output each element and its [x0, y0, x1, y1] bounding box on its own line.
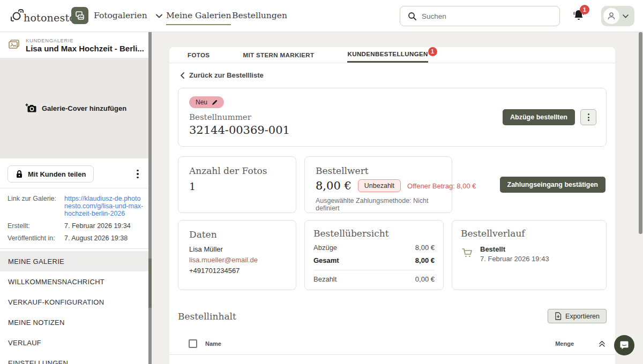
sidebar-item-meine-notizen[interactable]: MEINE NOTIZEN [0, 312, 152, 332]
logo-wordmark: hotonesto [24, 12, 76, 24]
main-area: FOTOS MIT STERN MARKIERT KUNDENBESTELLUN… [152, 32, 643, 364]
summary-row-abzuege: Abzüge 8,00 € [313, 244, 435, 252]
published-row: Veröffentlicht in: 7. August 2026 19:38 [8, 234, 144, 242]
photo-count-card: Anzahl der Fotos 1 [178, 156, 296, 213]
tab-fotos-label: FOTOS [188, 52, 210, 58]
workspace-label: Fotogalerien [94, 11, 147, 20]
person-icon [607, 12, 616, 20]
workspace-switcher[interactable]: Fotogalerien [71, 7, 162, 24]
column-name-header: Name [205, 340, 221, 347]
back-to-order-list-link[interactable]: Zurück zur Bestellliste [180, 71, 264, 79]
notifications-button[interactable]: 1 [572, 9, 588, 25]
history-timestamp: 7. Februar 2026 19:43 [480, 255, 549, 263]
notification-badge: 1 [580, 5, 589, 14]
avatar [603, 8, 619, 24]
status-label: Neu [196, 98, 207, 106]
published-label: Veröffentlicht in: [8, 234, 59, 242]
gallery-header: KUNDENGALERIE Lisa und Max Hochzeit - Be… [0, 32, 152, 58]
tab-fotos[interactable]: FOTOS [188, 47, 210, 63]
order-stats-row: Anzahl der Fotos 1 Bestellwert 8,00 € Un… [178, 156, 607, 213]
order-summary-card: Bestellübersicht Abzüge 8,00 € Gesamt 8,… [304, 220, 444, 290]
chevron-left-icon [180, 72, 184, 79]
chat-widget-button[interactable] [614, 335, 634, 355]
summary-value: 8,00 € [415, 256, 435, 264]
add-cover-button[interactable]: Galerie-Cover hinzufügen [0, 58, 152, 158]
sidebar-item-meine-galerie[interactable]: MEINE GALERIE [0, 251, 152, 271]
chevron-down-icon [156, 11, 162, 20]
order-options-button[interactable] [580, 109, 596, 125]
export-button[interactable]: Exportieren [548, 309, 607, 323]
sidebar-item-verlauf[interactable]: VERLAUF [0, 332, 152, 353]
unpaid-status-badge: Unbezahlt [358, 179, 401, 192]
tab-kundenbestellungen[interactable]: KUNDENBESTELLUNGEN 1 [347, 47, 428, 63]
main-scrollbar-thumb[interactable] [639, 32, 642, 234]
gallery-link-label: Link zur Galerie: [8, 195, 59, 217]
gallery-stack-icon [8, 39, 20, 51]
photo-count-value: 1 [189, 180, 285, 192]
summary-label: Abzüge [313, 244, 337, 252]
created-value: 7. Februar 2026 19:34 [64, 222, 131, 230]
search-box [400, 6, 560, 26]
confirm-payment-button[interactable]: Zahlungseingang bestätigen [500, 177, 605, 193]
chevron-down-icon [623, 14, 629, 18]
gallery-sidebar: KUNDENGALERIE Lisa und Max Hochzeit - Be… [0, 32, 152, 364]
gallery-kind-label: KUNDENGALERIE [26, 37, 144, 43]
sidebar-item-einstellungen[interactable]: EINSTELLUNGEN [0, 353, 152, 364]
chat-bubble-icon [619, 340, 630, 351]
gallery-link[interactable]: https://klaudiusz-de.photonesto.com/g/li… [64, 195, 144, 217]
nav-meine-galerien[interactable]: Meine Galerien [166, 11, 231, 25]
published-value: 7. August 2026 19:38 [64, 234, 128, 242]
customer-card-title: Daten [189, 229, 285, 240]
share-with-customers-button[interactable]: Mit Kunden teilen [8, 165, 94, 183]
sidebar-scrollbar[interactable] [148, 32, 152, 364]
gallery-link-row: Link zur Galerie: https://klaudiusz-de.p… [8, 195, 144, 217]
export-button-label: Exportieren [565, 313, 600, 320]
summary-label: Gesamt [313, 256, 339, 264]
sidebar-scrollbar-thumb[interactable] [148, 259, 152, 308]
tab-mit-stern-markiert[interactable]: MIT STERN MARKIERT [243, 47, 314, 63]
order-prints-button[interactable]: Abzüge bestellten [503, 109, 575, 125]
pencil-icon [212, 100, 218, 105]
tab-badge: 1 [428, 47, 437, 56]
search-icon [408, 12, 416, 20]
customer-email-link[interactable]: lisa.mueller@email.de [189, 256, 285, 264]
order-content-title: Bestellinhalt [178, 311, 236, 322]
customer-data-card: Daten Lisa Müller lisa.mueller@email.de … [178, 220, 296, 290]
photo-count-title: Anzahl der Fotos [189, 165, 285, 176]
order-status-badge[interactable]: Neu [189, 96, 224, 108]
profile-menu-button[interactable] [601, 6, 634, 26]
order-content-header: Bestellinhalt Exportieren [178, 309, 607, 323]
order-details-row: Daten Lisa Müller lisa.mueller@email.de … [178, 220, 607, 290]
sidebar-item-willkommensnachricht[interactable]: WILLKOMMENSNACHRICHT [0, 271, 152, 292]
customer-name: Lisa Müller [189, 245, 285, 253]
summary-row-gesamt: Gesamt 8,00 € [313, 256, 435, 264]
summary-divider [313, 270, 435, 270]
tab-stern-label: MIT STERN MARKIERT [243, 52, 314, 58]
order-header-card: Neu Bestellnummer 32144-00369-001 Abzüge… [178, 88, 607, 147]
collapse-all-icon[interactable] [599, 340, 605, 347]
paid-value: 0,00 € [415, 275, 435, 283]
customer-phone: +491701234567 [189, 267, 285, 275]
sidebar-menu: MEINE GALERIE WILLKOMMENSNACHRICHT VERKA… [0, 249, 152, 364]
created-label: Erstellt: [8, 222, 59, 230]
share-button-label: Mit Kunden teilen [28, 170, 86, 178]
order-value-title: Bestellwert [316, 165, 441, 176]
search-input[interactable] [422, 12, 559, 20]
sidebar-item-verkauf-konfiguration[interactable]: VERKAUF-KONFIGURATION [0, 292, 152, 312]
lock-icon [16, 170, 23, 178]
back-link-label: Zurück zur Bestellliste [189, 71, 264, 79]
summary-value: 8,00 € [415, 244, 435, 252]
select-all-checkbox[interactable] [189, 339, 197, 348]
summary-card-title: Bestellübersicht [313, 228, 435, 239]
photonesto-logo[interactable]: hotonesto [10, 7, 76, 24]
gallery-info: Link zur Galerie: https://klaudiusz-de.p… [0, 188, 152, 249]
order-value-card: Bestellwert 8,00 € Unbezahlt Offener Bet… [304, 156, 452, 213]
column-quantity-header: Menge [555, 340, 574, 347]
payment-method-text: Ausgewählte Zahlungsmethode: Nicht defin… [316, 197, 441, 212]
gallery-options-button[interactable] [131, 168, 144, 180]
add-cover-label: Galerie-Cover hinzufügen [42, 104, 126, 112]
summary-row-bezahlt: Bezahlt 0,00 € [313, 275, 435, 283]
nav-bestellungen[interactable]: Bestellungen [232, 11, 287, 20]
gallery-title: Lisa und Max Hochzeit - Berli... [26, 44, 144, 53]
history-card-title: Bestellverlauf [461, 228, 597, 239]
